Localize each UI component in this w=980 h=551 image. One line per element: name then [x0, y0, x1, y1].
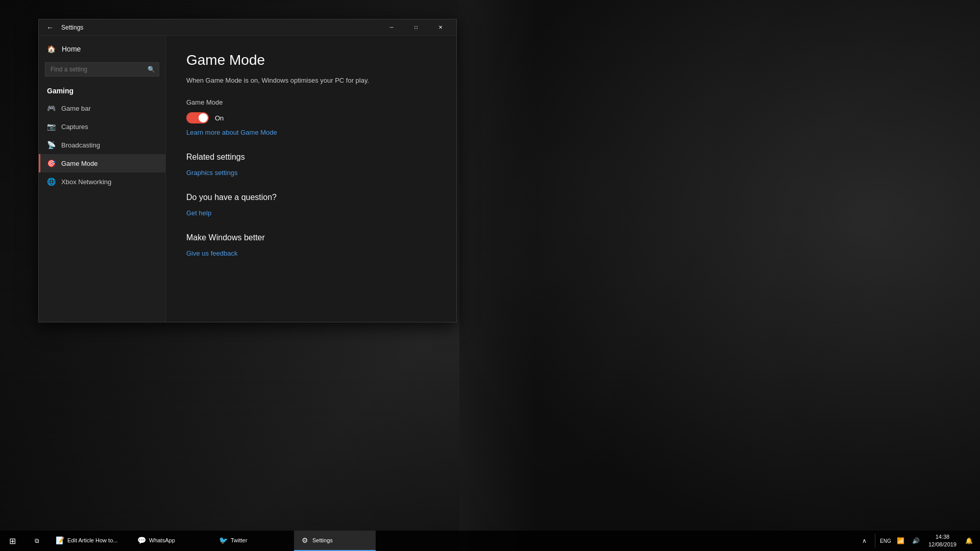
sidebar-item-game-mode[interactable]: 🎯 Game Mode: [39, 154, 165, 172]
game-mode-setting-group: Game Mode On: [186, 98, 436, 123]
graphics-settings-link[interactable]: Graphics settings: [186, 169, 237, 177]
taskbar: ⊞ ⧉ 📝 Edit Article How to... 💬 WhatsApp …: [0, 531, 980, 551]
taskbar-app-settings[interactable]: ⚙ Settings: [294, 531, 376, 551]
window-title: Settings: [61, 24, 83, 31]
task-view-button[interactable]: ⧉: [24, 531, 49, 551]
home-label: Home: [62, 45, 81, 53]
xbox-networking-icon: 🌐: [47, 178, 55, 186]
broadcasting-icon: 📡: [47, 141, 55, 149]
minimize-button[interactable]: ─: [380, 19, 403, 36]
search-container: 🔍: [39, 58, 165, 81]
sidebar-item-label: Game bar: [61, 105, 91, 112]
sidebar-item-game-bar[interactable]: 🎮 Game bar: [39, 99, 165, 117]
close-button[interactable]: ✕: [429, 19, 452, 36]
taskbar-divider: [875, 534, 875, 548]
toggle-state-label: On: [215, 114, 224, 122]
sidebar-item-broadcasting[interactable]: 📡 Broadcasting: [39, 136, 165, 154]
taskbar-app-label: WhatsApp: [149, 537, 175, 543]
twitter-icon: 🐦: [218, 536, 228, 545]
notification-icon[interactable]: 🔔: [962, 532, 976, 550]
title-bar-left: ← Settings: [43, 20, 83, 35]
captures-icon: 📷: [47, 122, 55, 131]
give-feedback-link[interactable]: Give us feedback: [186, 249, 237, 257]
search-icon: 🔍: [148, 66, 155, 73]
taskbar-app-label: Edit Article How to...: [67, 537, 117, 543]
taskbar-app-edit-article[interactable]: 📝 Edit Article How to...: [49, 531, 131, 551]
network-icon[interactable]: 📶: [894, 532, 908, 550]
language-icon[interactable]: ENG: [878, 532, 893, 550]
taskbar-clock[interactable]: 14:38 12/08/2019: [924, 531, 961, 551]
taskbar-app-label: Twitter: [231, 537, 247, 543]
start-icon: ⊞: [9, 536, 16, 546]
desktop-decoration: [459, 0, 980, 551]
get-help-link[interactable]: Get help: [186, 209, 211, 217]
settings-taskbar-icon: ⚙: [300, 536, 309, 545]
back-button[interactable]: ←: [43, 20, 57, 35]
sidebar-item-label: Captures: [61, 123, 88, 131]
clock-time: 14:38: [936, 533, 950, 541]
title-bar: ← Settings ─ □ ✕: [39, 19, 456, 36]
sidebar-item-xbox-networking[interactable]: 🌐 Xbox Networking: [39, 172, 165, 191]
taskbar-right: ∧ ENG 📶 🔊 14:38 12/08/2019 🔔: [857, 531, 980, 551]
sidebar: 🏠 Home 🔍 Gaming 🎮 Game bar 📷 Captures 📡 …: [39, 36, 165, 322]
start-button[interactable]: ⊞: [0, 531, 24, 551]
sidebar-item-captures[interactable]: 📷 Captures: [39, 117, 165, 136]
whatsapp-icon: 💬: [137, 536, 146, 545]
toggle-row: On: [186, 112, 436, 123]
sidebar-section-label: Gaming: [39, 81, 165, 99]
maximize-button[interactable]: □: [404, 19, 428, 36]
notification-chevron[interactable]: ∧: [857, 532, 872, 550]
game-bar-icon: 🎮: [47, 104, 55, 112]
game-mode-toggle[interactable]: [186, 112, 209, 123]
taskbar-app-label: Settings: [312, 537, 333, 543]
game-mode-setting-label: Game Mode: [186, 98, 436, 106]
toggle-knob: [199, 113, 208, 122]
search-input[interactable]: [45, 62, 159, 77]
title-bar-controls: ─ □ ✕: [380, 19, 452, 36]
game-mode-icon: 🎯: [47, 159, 55, 167]
page-subtitle: When Game Mode is on, Windows optimises …: [186, 77, 436, 84]
settings-window: ← Settings ─ □ ✕ 🏠 Home 🔍 Gaming 🎮 Game …: [38, 19, 457, 322]
edit-article-icon: 📝: [55, 536, 64, 545]
clock-date: 12/08/2019: [928, 541, 957, 548]
feedback-heading: Make Windows better: [186, 233, 436, 242]
taskbar-app-whatsapp[interactable]: 💬 WhatsApp: [131, 531, 212, 551]
home-button[interactable]: 🏠 Home: [39, 40, 165, 58]
taskbar-app-twitter[interactable]: 🐦 Twitter: [212, 531, 294, 551]
sidebar-item-label: Broadcasting: [61, 141, 100, 149]
task-view-icon: ⧉: [35, 537, 39, 544]
sidebar-item-label: Game Mode: [61, 160, 98, 167]
sidebar-item-label: Xbox Networking: [61, 178, 111, 186]
question-heading: Do you have a question?: [186, 193, 436, 202]
window-content: 🏠 Home 🔍 Gaming 🎮 Game bar 📷 Captures 📡 …: [39, 36, 456, 322]
home-icon: 🏠: [47, 45, 56, 53]
learn-more-link[interactable]: Learn more about Game Mode: [186, 129, 277, 136]
page-title: Game Mode: [186, 52, 436, 68]
related-settings-heading: Related settings: [186, 153, 436, 162]
volume-icon[interactable]: 🔊: [909, 532, 923, 550]
main-panel: Game Mode When Game Mode is on, Windows …: [165, 36, 456, 322]
